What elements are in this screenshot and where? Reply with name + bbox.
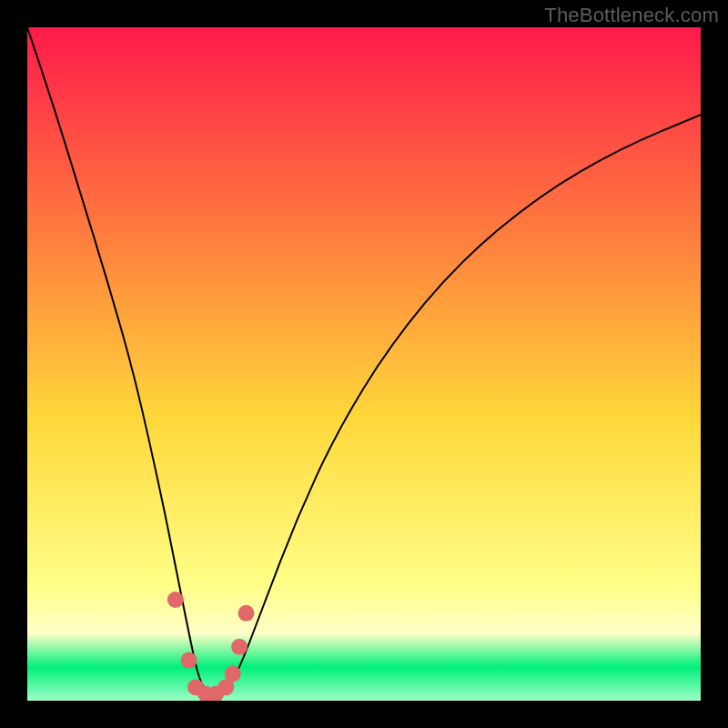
data-marker: [181, 652, 197, 669]
data-marker: [238, 605, 255, 622]
marker-group: [167, 592, 255, 701]
data-marker: [167, 592, 184, 608]
data-marker: [231, 639, 248, 655]
data-marker: [225, 665, 241, 682]
curve-layer: [27, 27, 701, 701]
watermark-text: TheBottleneck.com: [544, 4, 719, 27]
chart-frame: TheBottleneck.com: [0, 0, 728, 728]
bottleneck-curve: [27, 27, 701, 694]
plot-area: [27, 27, 701, 701]
